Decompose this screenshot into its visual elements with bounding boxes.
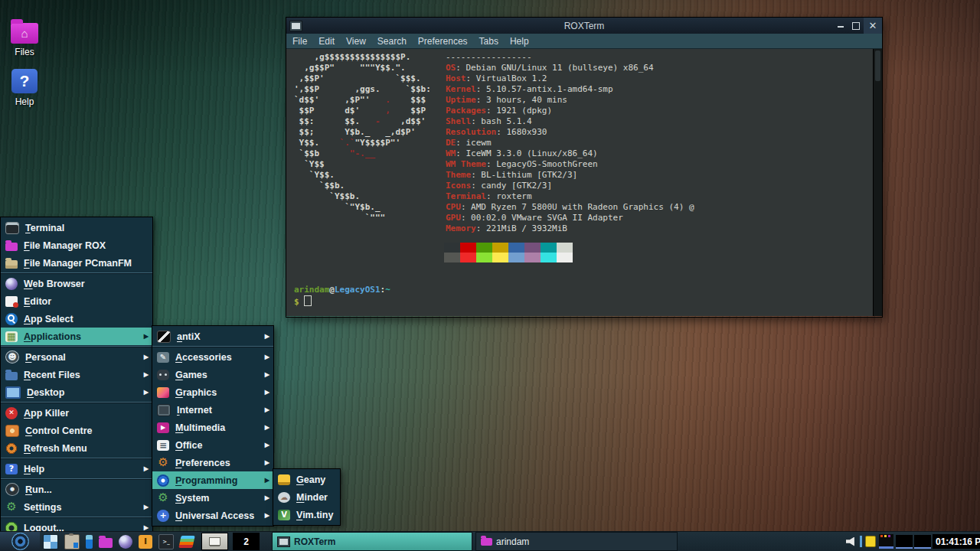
menu-item-personal[interactable]: ☻Personal▶ [1,348,152,366]
menu-item-terminal[interactable]: Terminal [1,219,152,236]
menu-item-settings[interactable]: ⚙Settings▶ [1,498,152,516]
menu-item-refresh-menu[interactable]: Refresh Menu [1,439,152,457]
menubar-item-view[interactable]: View [346,36,366,47]
menubar-item-edit[interactable]: Edit [318,36,335,47]
menu-item-minder[interactable]: ☁Minder [273,488,340,506]
submenu-arrow-icon: ▶ [144,504,149,510]
usb-device-icon[interactable] [86,535,93,549]
menu-item-desktop[interactable]: Desktop▶ [1,383,152,401]
file-manager-icon[interactable] [99,538,113,548]
terminal-color-palette [444,243,573,262]
menu-item-graphics[interactable]: Graphics▶ [152,383,273,401]
menu-item-universal-access[interactable]: +Universal Access▶ [152,507,273,524]
menu-item-web-browser[interactable]: Web Browser [1,275,152,292]
menu-item-label: Geany [296,474,336,485]
taskbar-clock[interactable]: 01:41:16 P [933,534,980,549]
folder-rox-icon [5,243,18,251]
tray-app-icon[interactable] [865,536,876,547]
browser-launcher-icon[interactable] [119,535,132,549]
menu-item-vim-tiny[interactable]: VVim.tiny [273,506,340,523]
palette-swatch [460,253,476,262]
geany-icon [278,474,290,485]
console-launcher-icon[interactable]: >_ [158,534,174,549]
terminal-content[interactable]: ,g$$$$$$$$$$$$$$$P. ,g$$P" """Y$$.". ,$$… [286,49,882,316]
desktop-icon-label: Help [15,96,34,107]
menu-item-control-centre[interactable]: Control Centre [1,422,152,439]
submenu-arrow-icon: ▶ [144,371,149,378]
palette-swatch [541,253,557,262]
multimedia-icon: ▶ [157,422,169,433]
menu-item-label: Programming [175,475,262,486]
window-titlebar[interactable]: ROXTerm ✕ [286,18,882,34]
task-button-roxterm[interactable]: ROXTerm [272,532,472,551]
menu-item-games[interactable]: Games▶ [152,366,273,383]
desktop-pager-icon[interactable] [178,535,194,547]
submenu-arrow-icon: ▶ [265,354,270,360]
menu-item-label: Games [175,370,262,380]
menu-item-antix[interactable]: antiX▶ [152,328,273,345]
roxterm-window: ROXTerm ✕ FileEditViewSearchPreferencesT… [286,17,883,318]
menu-item-label: Internet [177,405,262,416]
task-button-arindam[interactable]: arindam [475,532,678,551]
submenu-arrow-icon: ▶ [265,424,270,431]
system-tray: 01:41:16 P [846,532,980,551]
palette-swatch [444,253,460,262]
prompt-symbol: $ [294,297,299,307]
start-menu-button[interactable] [0,532,40,551]
minder-icon: ☁ [278,492,290,503]
menu-item-label: Help [24,464,141,474]
menu-item-internet[interactable]: Internet▶ [152,401,273,419]
menu-separator [152,346,273,347]
submenu-arrow-icon: ▶ [265,494,270,501]
submenu-arrow-icon: ▶ [144,354,149,360]
task-label: arindam [496,536,529,547]
submenu-arrow-icon: ▶ [265,389,270,396]
menubar-item-help[interactable]: Help [510,36,529,47]
cpu-monitor-icon[interactable] [879,534,893,549]
menu-item-file-manager-pcmanfm[interactable]: File Manager PCmanFM [1,254,152,272]
net-monitor-icon[interactable] [914,535,931,549]
system-icon: ⚙ [157,493,169,504]
menu-item-multimedia[interactable]: ▶Multimedia▶ [152,419,273,436]
net-monitor-icon[interactable] [896,535,913,549]
menu-item-programming[interactable]: Programming▶ [152,471,273,489]
folder-icon [481,538,492,546]
menu-item-help[interactable]: ?Help▶ [1,460,152,478]
menubar-item-search[interactable]: Search [377,36,407,47]
menu-item-editor[interactable]: Editor [1,292,152,310]
clipboard-icon[interactable] [64,534,80,549]
menu-item-app-select[interactable]: App Select [1,310,152,328]
window-list-icon[interactable] [43,534,58,549]
menu-separator [1,478,152,480]
menu-item-label: File Manager ROX [24,240,149,251]
desktop-icon-files[interactable]: ⌂ Files [5,23,44,57]
volume-icon[interactable] [846,537,857,546]
menu-item-office[interactable]: ≡Office▶ [152,436,273,454]
menu-item-geany[interactable]: Geany [273,471,340,488]
maximize-button[interactable] [848,18,864,34]
editor-launcher-icon[interactable]: I [139,535,152,549]
terminal-scrollbar[interactable] [873,49,882,316]
close-button[interactable]: ✕ [864,18,882,34]
workspace-2-button[interactable]: 2 [233,533,260,550]
desktop-icon-help[interactable]: ? Help [5,69,44,107]
menu-item-file-manager-rox[interactable]: File Manager ROX [1,236,152,254]
menu-item-accessories[interactable]: ✎Accessories▶ [152,348,273,366]
workspace-1-button[interactable] [201,533,228,550]
menubar-item-tabs[interactable]: Tabs [479,36,498,47]
menu-item-app-killer[interactable]: ✕App Killer [1,404,152,422]
minimize-button[interactable] [833,18,848,34]
submenu-arrow-icon: ▶ [265,406,270,413]
menu-item-run[interactable]: ●Run... [1,481,152,498]
games-icon [157,370,169,380]
editor-icon [5,296,18,307]
menubar-item-preferences[interactable]: Preferences [418,36,468,47]
menu-item-recent-files[interactable]: Recent Files▶ [1,366,152,383]
menu-item-applications[interactable]: ▦Applications▶ [1,328,152,345]
menu-item-system[interactable]: ⚙System▶ [152,489,273,507]
menu-item-preferences[interactable]: ⚙Preferences▶ [152,454,273,471]
menubar-item-file[interactable]: File [292,36,307,47]
menu-item-label: Accessories [175,352,262,363]
applications-icon: ▦ [5,331,18,342]
indicator-bar-icon[interactable] [860,536,862,547]
